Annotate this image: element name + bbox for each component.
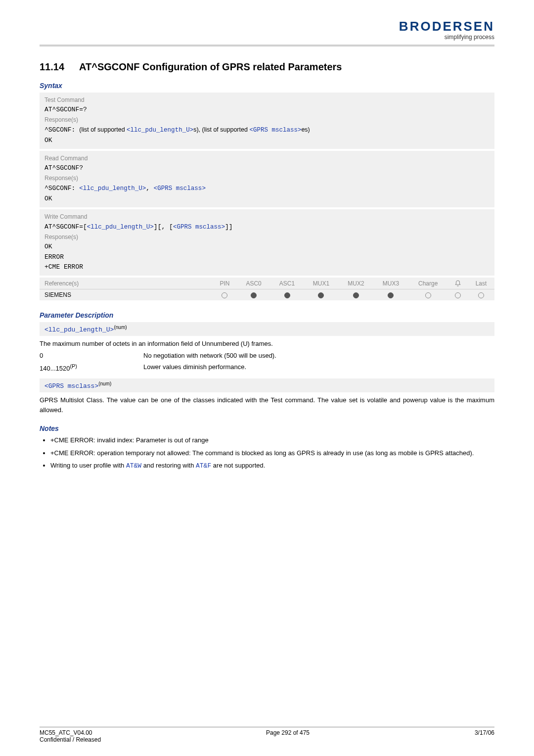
write-command-label: Write Command [44, 212, 490, 222]
read-command-label: Read Command [44, 154, 490, 163]
param1-row2-val: Lower values diminish performance. [143, 362, 494, 374]
param2-body: GPRS Multislot Class. The value can be o… [40, 392, 494, 420]
param2-name: <GPRS msclass> [44, 382, 98, 390]
notes-heading: Notes [40, 425, 494, 432]
footer-doc: MC55_ATC_V04.00 [40, 729, 101, 736]
test-command-block: Test Command AT^SGCONF=? Response(s) ^SG… [40, 93, 494, 149]
ref-col-asc1: ASC1 [270, 278, 304, 289]
brand-logo: BRODERSEN simplifying process [399, 20, 494, 41]
ref-dot-mux2 [339, 289, 374, 300]
section-number: 11.14 [40, 61, 64, 73]
ref-dot-charge [408, 289, 448, 300]
test-ok: OK [44, 136, 490, 146]
ref-col-bell [448, 278, 468, 289]
page-header: BRODERSEN simplifying process [40, 20, 494, 41]
param2-sup: (num) [98, 381, 111, 386]
bell-icon [454, 280, 461, 287]
page-footer: MC55_ATC_V04.00 Confidential / Released … [40, 727, 494, 743]
footer-divider [40, 727, 494, 727]
brand-tagline: simplifying process [399, 34, 494, 41]
parameter-heading: Parameter Description [40, 311, 494, 319]
parameter-description-section: Parameter Description <llc_pdu_length_U>… [40, 311, 494, 420]
reference-value: SIEMENS [40, 289, 213, 300]
param1-body: The maximum number of octets in an infor… [40, 336, 494, 378]
test-command: AT^SGCONF=? [44, 105, 490, 115]
dot-filled-icon [388, 292, 394, 298]
write-cmd-param2: <GPRS msclass> [173, 224, 225, 231]
write-response-label: Response(s) [44, 233, 490, 242]
dot-filled-icon [251, 292, 257, 298]
ref-col-pin: PIN [213, 278, 237, 289]
read-resp-prefix: ^SGCONF: [44, 185, 79, 192]
param1-row2-key: 140...1520(P) [40, 362, 143, 374]
notes-list: +CME ERROR: invalid index: Parameter is … [50, 435, 494, 471]
reference-label: Reference(s) [40, 278, 213, 289]
test-response-line: ^SGCONF: (list of supported <llc_pdu_len… [44, 125, 490, 136]
footer-date: 3/17/06 [475, 729, 494, 736]
test-resp-text3: es) [301, 126, 310, 133]
footer-page: Page 292 of 475 [266, 729, 310, 736]
read-command-block: Read Command AT^SGCONF? Response(s) ^SGC… [40, 151, 494, 207]
write-command-block: Write Command AT^SGCONF=[<llc_pdu_length… [40, 209, 494, 276]
ref-col-mux3: MUX3 [373, 278, 408, 289]
write-cmd-suffix: ]] [225, 223, 233, 231]
ref-dot-pin [213, 289, 237, 300]
param1-name: <llc_pdu_length_U> [44, 326, 114, 333]
ref-col-mux1: MUX1 [304, 278, 339, 289]
dot-empty-icon [222, 292, 227, 298]
note-3-cmd2: AT&F [196, 462, 211, 470]
write-error: ERROR [44, 252, 490, 263]
read-resp-param1: <llc_pdu_length_U> [79, 185, 146, 192]
test-resp-prefix: ^SGCONF: [44, 126, 79, 134]
dot-empty-icon [455, 292, 461, 298]
footer-conf: Confidential / Released [40, 736, 101, 743]
header-divider [40, 45, 494, 47]
write-ok: OK [44, 242, 490, 252]
dot-empty-icon [425, 292, 431, 298]
write-cme: +CME ERROR [44, 262, 490, 273]
dot-filled-icon [318, 292, 324, 298]
section-title-text: AT^SGCONF Configuration of GPRS related … [79, 61, 342, 72]
ref-dot-asc0 [237, 289, 270, 300]
param1-header: <llc_pdu_length_U>(num) [40, 322, 494, 336]
ref-dot-last [468, 289, 494, 300]
note-3: Writing to user profile with AT&W and re… [50, 461, 494, 471]
param2-desc: GPRS Multislot Class. The value can be o… [40, 395, 494, 415]
param1-row1: 0 No negotiation with network (500 will … [40, 351, 494, 361]
note-3-cmd1: AT&W [126, 462, 141, 470]
write-command-line: AT^SGCONF=[<llc_pdu_length_U>][, [<GPRS … [44, 222, 490, 233]
note-2: +CME ERROR: operation temporary not allo… [50, 448, 494, 458]
param1-row2-key-text: 140...1520 [40, 365, 70, 373]
test-response-label: Response(s) [44, 115, 490, 125]
write-cmd-param1: <llc_pdu_length_U> [87, 224, 154, 231]
write-cmd-mid: ][, [ [154, 223, 173, 231]
syntax-heading: Syntax [40, 82, 494, 90]
test-resp-param1: <llc_pdu_length_U> [127, 127, 193, 134]
reference-table: Reference(s) PIN ASC0 ASC1 MUX1 MUX2 MUX… [40, 278, 494, 300]
param1-sup: (num) [114, 325, 127, 330]
test-command-label: Test Command [44, 95, 490, 105]
brand-name: BRODERSEN [399, 20, 494, 33]
write-cmd-prefix: AT^SGCONF=[ [44, 223, 87, 231]
ref-dot-asc1 [270, 289, 304, 300]
ref-dot-bell [448, 289, 468, 300]
param1-row2-key-sup: (P) [70, 363, 77, 369]
dot-filled-icon [353, 292, 359, 298]
param1-row2: 140...1520(P) Lower values diminish perf… [40, 362, 494, 374]
dot-filled-icon [284, 292, 290, 298]
param1-row1-key: 0 [40, 351, 143, 361]
read-command: AT^SGCONF? [44, 163, 490, 174]
read-response-line: ^SGCONF: <llc_pdu_length_U>, <GPRS mscla… [44, 183, 490, 194]
read-ok: OK [44, 194, 490, 204]
ref-col-last: Last [468, 278, 494, 289]
test-resp-param2: <GPRS msclass> [249, 127, 301, 134]
param1-row1-val: No negotiation with network (500 will be… [143, 351, 494, 361]
note-3-a: Writing to user profile with [50, 462, 126, 469]
note-3-b: and restoring with [141, 462, 196, 469]
note-3-c: are not supported. [211, 462, 265, 469]
read-resp-sep: , [146, 185, 154, 192]
param2-header: <GPRS msclass>(num) [40, 378, 494, 392]
section-title: 11.14AT^SGCONF Configuration of GPRS rel… [40, 61, 494, 73]
ref-dot-mux1 [304, 289, 339, 300]
note-1: +CME ERROR: invalid index: Parameter is … [50, 435, 494, 445]
